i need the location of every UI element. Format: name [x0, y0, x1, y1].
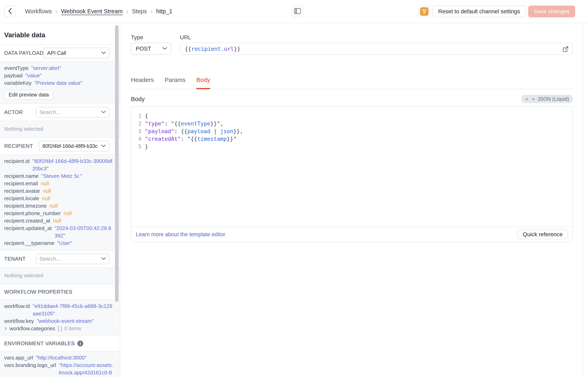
line-number: 2: [131, 120, 141, 128]
kv-row: recipient.id"80f1f4bf-166d-48f9-b33c-390…: [4, 157, 114, 172]
kv-key: recipient.timezone: [4, 202, 47, 210]
liquid-token: payload: [187, 128, 210, 134]
breadcrumb-separator: ›: [55, 8, 58, 15]
http-method-select[interactable]: POST: [131, 43, 171, 55]
info-icon[interactable]: i: [77, 341, 83, 346]
line-number: 5: [131, 143, 141, 151]
topbar-actions: Reset to default channel settings Save c…: [418, 6, 575, 17]
edit-preview-data-button[interactable]: Edit preview data: [4, 90, 53, 99]
actor-select[interactable]: Search...: [36, 107, 109, 118]
recipient-select[interactable]: 80f1f4bf-166d-48f9-b33c: [39, 141, 109, 152]
template-editor-docs-link[interactable]: Learn more about the template editor: [136, 231, 225, 238]
liquid-token: : {{: [174, 128, 187, 134]
tenant-select[interactable]: Search...: [36, 254, 109, 264]
liquid-token: timestamp: [197, 136, 227, 142]
kv-row: recipient.phone_numbernull: [4, 210, 114, 217]
body-section-header: Body < > JSON (Liquid): [131, 95, 573, 103]
sidebar-title-section: Variable data: [0, 23, 120, 45]
kv-key: recipient.updated_at: [4, 224, 52, 239]
kv-row: recipient.emailnull: [4, 180, 114, 187]
code-line: 3"payload": {{payload | json}},: [131, 128, 572, 135]
sidebar-title: Variable data: [4, 23, 114, 44]
actor-section: ACTOR Search...: [0, 104, 120, 121]
code-line: 4"createdAt": "{{timestamp}}": [131, 135, 572, 143]
workflow-properties-label: WORKFLOW PROPERTIES: [4, 289, 72, 295]
top-bar: Workflows›Webhook Event Stream›Steps›htt…: [0, 0, 588, 23]
line-number: 3: [131, 128, 141, 135]
code-text: {: [145, 112, 148, 120]
page-scrollbar-track[interactable]: [583, 23, 583, 377]
tab-params[interactable]: Params: [165, 77, 185, 89]
code-brackets-icon: < >: [525, 96, 535, 102]
breadcrumb-item-steps[interactable]: Steps: [132, 8, 147, 15]
main-panel: Type POST URL {{recipient.url}}: [120, 23, 583, 377]
http-method-value: POST: [136, 46, 151, 52]
kv-value: null: [49, 202, 114, 210]
liquid-token: "payload": [145, 128, 174, 134]
array-bracket: [ ]: [58, 325, 62, 332]
workflow-properties-header: WORKFLOW PROPERTIES: [0, 284, 120, 300]
tab-headers[interactable]: Headers: [131, 77, 154, 89]
panel-layout-icon: [294, 8, 301, 15]
recipient-data-list: recipient.id"80f1f4bf-166d-48f9-b33c-390…: [4, 155, 114, 250]
breadcrumb-item-http-1[interactable]: http_1: [156, 8, 172, 15]
chevron-right-icon[interactable]: [4, 325, 7, 332]
kv-row: recipient.name"Steven Metz Sr.": [4, 172, 114, 180]
code-editor[interactable]: 1{2"type": "{{eventType}}",3"payload": {…: [131, 107, 572, 226]
code-line: 1{: [131, 112, 572, 120]
liquid-token: : "{{: [181, 136, 197, 142]
commit-button[interactable]: [418, 6, 430, 17]
chevron-down-icon: [101, 257, 106, 261]
liquid-token: }}",: [210, 120, 223, 127]
kv-row: recipient.timezonenull: [4, 202, 114, 210]
kv-key: vars.app_url: [4, 354, 33, 362]
data-payload-label: DATA PAYLOAD: [4, 50, 44, 56]
data-payload-select[interactable]: API Call: [44, 48, 109, 59]
kv-key: recipient.created_at: [4, 217, 50, 224]
data-payload-section: DATA PAYLOAD API Call: [0, 45, 120, 62]
quick-reference-button[interactable]: Quick reference: [517, 230, 568, 239]
kv-key: recipient.id: [4, 157, 30, 172]
sidebar-scrollbar[interactable]: [115, 25, 119, 302]
reset-channel-settings-button[interactable]: Reset to default channel settings: [433, 6, 526, 17]
variable-data-sidebar: Variable data DATA PAYLOAD API Call even…: [0, 23, 120, 377]
sidebar-toggle-button[interactable]: [292, 6, 303, 17]
code-text: }: [145, 143, 148, 151]
line-number: 1: [131, 112, 141, 120]
breadcrumb-item-webhook-event-stream[interactable]: Webhook Event Stream: [61, 8, 123, 15]
request-fields: Type POST URL {{recipient.url}}: [131, 34, 573, 55]
kv-key: workflow.id: [4, 303, 30, 317]
kv-value: "value": [25, 72, 114, 79]
environment-variables-label: ENVIRONMENT VARIABLES: [4, 340, 75, 347]
chevron-left-icon: [8, 8, 12, 15]
kv-row: recipient.updated_at"2024-03-05T00:42:29…: [4, 224, 114, 239]
actor-empty-text: Nothing selected: [4, 121, 114, 137]
environment-variables-section: vars.app_url"http://localhost:3000"vars.…: [0, 352, 120, 377]
chevron-down-icon: [101, 51, 106, 55]
kv-row: eventType"server:alert": [4, 64, 114, 72]
back-button[interactable]: [4, 6, 16, 17]
editor-footer: Learn more about the template editor Qui…: [131, 226, 572, 242]
liquid-token: }},: [233, 128, 243, 134]
tab-body[interactable]: Body: [196, 77, 210, 89]
url-value: {{recipient.url}}: [185, 46, 240, 52]
kv-row: vars.app_url"http://localhost:3000": [4, 354, 114, 362]
type-label: Type: [131, 34, 180, 41]
kv-key: recipient.locale: [4, 195, 39, 202]
external-link-icon[interactable]: [562, 46, 569, 54]
liquid-token: "createdAt": [145, 136, 181, 142]
kv-row: recipient.__typename"User": [4, 239, 114, 247]
code-line: 2"type": "{{eventType}}",: [131, 120, 572, 128]
kv-value: null: [41, 180, 114, 187]
save-changes-button[interactable]: Save changes: [528, 6, 575, 17]
actor-label: ACTOR: [4, 109, 23, 115]
kv-value: "Steven Metz Sr.": [42, 172, 114, 180]
breadcrumb-item-workflows[interactable]: Workflows: [25, 8, 52, 15]
tenant-label: TENANT: [4, 256, 26, 262]
kv-key: variableKey: [4, 79, 32, 87]
breadcrumb-separator: ›: [151, 8, 153, 15]
kv-key: recipient.email: [4, 180, 38, 187]
tenant-section: TENANT Search...: [0, 250, 120, 268]
url-input[interactable]: {{recipient.url}}: [180, 43, 573, 55]
liquid-token: }}": [227, 136, 236, 142]
